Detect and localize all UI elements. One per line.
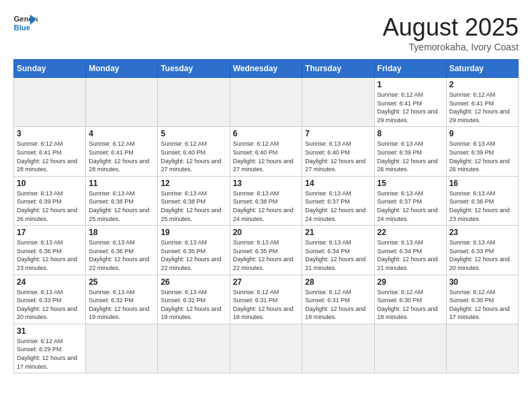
calendar-cell: 8Sunrise: 6:13 AM Sunset: 6:39 PM Daylig… <box>374 127 446 176</box>
day-number: 28 <box>305 277 371 287</box>
day-number: 13 <box>233 179 300 188</box>
day-info: Sunrise: 6:13 AM Sunset: 6:38 PM Dayligh… <box>161 189 226 223</box>
calendar-cell <box>158 78 230 127</box>
day-number: 27 <box>233 277 300 287</box>
day-header-wednesday: Wednesday <box>230 60 302 78</box>
week-row-6: 31Sunrise: 6:12 AM Sunset: 6:29 PM Dayli… <box>14 324 519 373</box>
calendar-cell: 28Sunrise: 6:12 AM Sunset: 6:31 PM Dayli… <box>302 275 374 324</box>
calendar: SundayMondayTuesdayWednesdayThursdayFrid… <box>13 59 519 373</box>
days-header-row: SundayMondayTuesdayWednesdayThursdayFrid… <box>14 60 519 78</box>
calendar-cell: 21Sunrise: 6:13 AM Sunset: 6:34 PM Dayli… <box>302 226 374 275</box>
day-number: 19 <box>161 228 226 237</box>
week-row-3: 10Sunrise: 6:13 AM Sunset: 6:39 PM Dayli… <box>14 176 519 225</box>
day-info: Sunrise: 6:12 AM Sunset: 6:31 PM Dayligh… <box>233 288 300 322</box>
calendar-cell <box>158 324 230 373</box>
calendar-cell: 6Sunrise: 6:12 AM Sunset: 6:40 PM Daylig… <box>230 127 302 176</box>
day-number: 18 <box>89 228 154 237</box>
calendar-cell: 4Sunrise: 6:12 AM Sunset: 6:41 PM Daylig… <box>86 127 158 176</box>
day-number: 24 <box>17 277 83 287</box>
day-info: Sunrise: 6:12 AM Sunset: 6:30 PM Dayligh… <box>449 288 515 322</box>
calendar-cell: 17Sunrise: 6:13 AM Sunset: 6:36 PM Dayli… <box>14 226 86 275</box>
day-info: Sunrise: 6:12 AM Sunset: 6:40 PM Dayligh… <box>233 140 300 173</box>
calendar-cell: 11Sunrise: 6:13 AM Sunset: 6:38 PM Dayli… <box>86 176 158 225</box>
calendar-cell: 15Sunrise: 6:13 AM Sunset: 6:37 PM Dayli… <box>374 176 446 225</box>
day-info: Sunrise: 6:13 AM Sunset: 6:37 PM Dayligh… <box>378 189 443 223</box>
calendar-cell <box>302 324 374 373</box>
day-number: 1 <box>378 80 443 89</box>
day-info: Sunrise: 6:12 AM Sunset: 6:40 PM Dayligh… <box>161 140 226 173</box>
calendar-cell: 5Sunrise: 6:12 AM Sunset: 6:40 PM Daylig… <box>158 127 230 176</box>
calendar-cell: 27Sunrise: 6:12 AM Sunset: 6:31 PM Dayli… <box>230 275 302 324</box>
calendar-cell: 25Sunrise: 6:13 AM Sunset: 6:32 PM Dayli… <box>86 275 158 324</box>
day-info: Sunrise: 6:13 AM Sunset: 6:33 PM Dayligh… <box>449 238 515 272</box>
week-row-2: 3Sunrise: 6:12 AM Sunset: 6:41 PM Daylig… <box>14 127 519 176</box>
day-info: Sunrise: 6:13 AM Sunset: 6:38 PM Dayligh… <box>233 189 300 223</box>
day-number: 29 <box>378 277 443 287</box>
day-info: Sunrise: 6:12 AM Sunset: 6:29 PM Dayligh… <box>17 337 83 371</box>
calendar-cell: 29Sunrise: 6:12 AM Sunset: 6:30 PM Dayli… <box>374 275 446 324</box>
logo: General Blue <box>13 13 38 32</box>
calendar-cell: 16Sunrise: 6:13 AM Sunset: 6:36 PM Dayli… <box>446 176 518 225</box>
calendar-cell: 30Sunrise: 6:12 AM Sunset: 6:30 PM Dayli… <box>446 275 518 324</box>
day-info: Sunrise: 6:12 AM Sunset: 6:41 PM Dayligh… <box>17 140 83 173</box>
week-row-4: 17Sunrise: 6:13 AM Sunset: 6:36 PM Dayli… <box>14 226 519 275</box>
calendar-cell <box>86 324 158 373</box>
calendar-cell: 10Sunrise: 6:13 AM Sunset: 6:39 PM Dayli… <box>14 176 86 225</box>
week-row-1: 1Sunrise: 6:12 AM Sunset: 6:41 PM Daylig… <box>14 78 519 127</box>
day-info: Sunrise: 6:13 AM Sunset: 6:38 PM Dayligh… <box>89 189 154 223</box>
calendar-cell <box>230 78 302 127</box>
day-info: Sunrise: 6:12 AM Sunset: 6:41 PM Dayligh… <box>449 91 515 124</box>
calendar-cell <box>14 78 86 127</box>
month-title: August 2025 <box>383 13 519 42</box>
day-info: Sunrise: 6:13 AM Sunset: 6:39 PM Dayligh… <box>449 140 515 173</box>
day-info: Sunrise: 6:13 AM Sunset: 6:35 PM Dayligh… <box>233 238 300 272</box>
day-number: 8 <box>378 129 443 138</box>
calendar-cell: 22Sunrise: 6:13 AM Sunset: 6:34 PM Dayli… <box>374 226 446 275</box>
calendar-cell <box>302 78 374 127</box>
day-header-monday: Monday <box>86 60 158 78</box>
day-info: Sunrise: 6:13 AM Sunset: 6:34 PM Dayligh… <box>378 238 443 272</box>
day-number: 7 <box>305 129 371 138</box>
day-number: 3 <box>17 129 83 138</box>
calendar-cell: 18Sunrise: 6:13 AM Sunset: 6:36 PM Dayli… <box>86 226 158 275</box>
day-number: 17 <box>17 228 83 237</box>
title-area: August 2025 Tyemorokaha, Ivory Coast <box>383 13 519 52</box>
day-info: Sunrise: 6:13 AM Sunset: 6:34 PM Dayligh… <box>305 238 371 272</box>
calendar-cell <box>86 78 158 127</box>
calendar-cell: 12Sunrise: 6:13 AM Sunset: 6:38 PM Dayli… <box>158 176 230 225</box>
day-info: Sunrise: 6:13 AM Sunset: 6:35 PM Dayligh… <box>161 238 226 272</box>
day-number: 23 <box>449 228 515 237</box>
calendar-cell: 13Sunrise: 6:13 AM Sunset: 6:38 PM Dayli… <box>230 176 302 225</box>
calendar-cell: 7Sunrise: 6:13 AM Sunset: 6:40 PM Daylig… <box>302 127 374 176</box>
day-number: 25 <box>89 277 154 287</box>
day-info: Sunrise: 6:13 AM Sunset: 6:32 PM Dayligh… <box>161 288 226 322</box>
day-number: 11 <box>89 179 154 188</box>
calendar-cell <box>446 324 518 373</box>
day-number: 4 <box>89 129 154 138</box>
day-number: 15 <box>378 179 443 188</box>
calendar-cell: 31Sunrise: 6:12 AM Sunset: 6:29 PM Dayli… <box>14 324 86 373</box>
calendar-cell: 26Sunrise: 6:13 AM Sunset: 6:32 PM Dayli… <box>158 275 230 324</box>
day-info: Sunrise: 6:13 AM Sunset: 6:37 PM Dayligh… <box>305 189 371 223</box>
day-number: 31 <box>17 326 83 336</box>
day-header-sunday: Sunday <box>14 60 86 78</box>
calendar-cell: 14Sunrise: 6:13 AM Sunset: 6:37 PM Dayli… <box>302 176 374 225</box>
day-number: 5 <box>161 129 226 138</box>
day-info: Sunrise: 6:12 AM Sunset: 6:31 PM Dayligh… <box>305 288 371 322</box>
day-header-friday: Friday <box>374 60 446 78</box>
day-info: Sunrise: 6:13 AM Sunset: 6:36 PM Dayligh… <box>89 238 154 272</box>
location: Tyemorokaha, Ivory Coast <box>383 42 519 52</box>
day-header-saturday: Saturday <box>446 60 518 78</box>
calendar-cell: 3Sunrise: 6:12 AM Sunset: 6:41 PM Daylig… <box>14 127 86 176</box>
header: General Blue August 2025 Tyemorokaha, Iv… <box>13 13 519 52</box>
calendar-cell: 23Sunrise: 6:13 AM Sunset: 6:33 PM Dayli… <box>446 226 518 275</box>
calendar-cell: 19Sunrise: 6:13 AM Sunset: 6:35 PM Dayli… <box>158 226 230 275</box>
calendar-cell <box>374 324 446 373</box>
day-number: 26 <box>161 277 226 287</box>
week-row-5: 24Sunrise: 6:13 AM Sunset: 6:33 PM Dayli… <box>14 275 519 324</box>
day-info: Sunrise: 6:12 AM Sunset: 6:41 PM Dayligh… <box>89 140 154 173</box>
day-info: Sunrise: 6:12 AM Sunset: 6:30 PM Dayligh… <box>378 288 443 322</box>
day-number: 20 <box>233 228 300 237</box>
day-info: Sunrise: 6:13 AM Sunset: 6:36 PM Dayligh… <box>449 189 515 223</box>
day-number: 30 <box>449 277 515 287</box>
